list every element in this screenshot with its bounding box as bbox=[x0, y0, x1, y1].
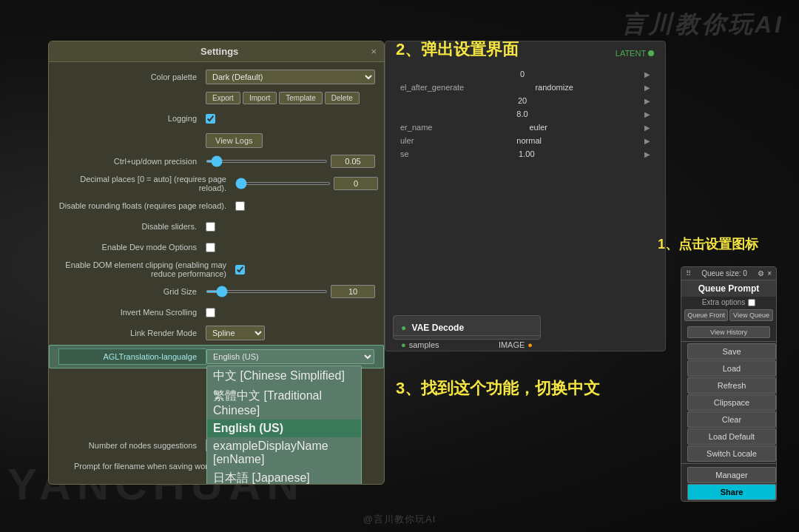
invert-menu-control bbox=[206, 308, 375, 317]
settings-body: Color palette Dark (Default) Light Expor… bbox=[49, 62, 384, 484]
node-row: uler normal ▶ bbox=[393, 134, 658, 147]
disable-sliders-label: Disable sliders. bbox=[58, 222, 206, 231]
agl-language-label: AGLTranslation-langualge bbox=[58, 349, 206, 365]
import-button[interactable]: Import bbox=[243, 92, 277, 104]
node-row: se 1.00 ▶ bbox=[393, 147, 658, 161]
queue-header-icons: ⚙ × bbox=[758, 269, 772, 277]
queue-panel: ⠿ Queue size: 0 ⚙ × Queue Prompt Extra o… bbox=[681, 266, 777, 502]
settings-close-button[interactable]: × bbox=[371, 46, 377, 57]
agl-language-select[interactable]: English (US) 中文 [Chinese Simplified] 繁體中… bbox=[206, 349, 374, 364]
disable-sliders-checkbox[interactable] bbox=[206, 222, 215, 232]
color-palette-control: Dark (Default) Light bbox=[206, 70, 375, 84]
manager-share-section: Manager Share bbox=[681, 467, 776, 500]
clipspace-button[interactable]: Clipspace bbox=[687, 394, 776, 411]
color-palette-buttons-row: Export Import Template Delete bbox=[49, 87, 384, 108]
enable-dev-checkbox[interactable] bbox=[206, 243, 215, 252]
logging-checkbox[interactable] bbox=[206, 114, 215, 124]
color-palette-row: Color palette Dark (Default) Light bbox=[49, 67, 384, 87]
grid-icon: ⠿ bbox=[686, 269, 691, 277]
divider-2 bbox=[681, 463, 776, 464]
nodes-suggestions-label: Number of nodes suggestions bbox=[58, 441, 206, 450]
latent-label: LATENT bbox=[616, 49, 654, 58]
switch-locale-button[interactable]: Switch Locale bbox=[687, 445, 776, 462]
color-palette-select[interactable]: Dark (Default) Light bbox=[206, 70, 375, 84]
clear-button[interactable]: Clear bbox=[687, 411, 776, 428]
action-buttons-section: Save Load Refresh Clipspace Clear Load D… bbox=[681, 343, 776, 462]
view-history-button[interactable]: View History bbox=[687, 326, 770, 338]
node-row: 0 ▶ bbox=[393, 67, 658, 81]
extra-options-checkbox[interactable] bbox=[748, 299, 755, 306]
queue-header: ⠿ Queue size: 0 ⚙ × bbox=[681, 267, 776, 280]
disable-rounding-checkbox[interactable] bbox=[235, 201, 245, 211]
load-button[interactable]: Load bbox=[687, 360, 776, 377]
queue-front-view-row: Queue Front View Queue bbox=[681, 308, 776, 323]
ctrl-precision-slider[interactable] bbox=[206, 160, 328, 163]
lang-option-traditional-chinese[interactable]: 繁體中文 [Traditional Chinese] bbox=[207, 386, 361, 420]
share-button[interactable]: Share bbox=[687, 484, 776, 500]
lang-option-english-us[interactable]: English (US) bbox=[207, 420, 361, 437]
invert-menu-checkbox[interactable] bbox=[206, 308, 215, 317]
ctrl-precision-label: Ctrl+up/down precision bbox=[58, 157, 206, 166]
agl-language-control: English (US) 中文 [Chinese Simplified] 繁體中… bbox=[206, 349, 374, 364]
grid-size-input[interactable] bbox=[331, 285, 375, 298]
extra-options-row: Extra options bbox=[681, 297, 776, 308]
disable-rounding-control bbox=[235, 201, 375, 211]
link-render-control: Spline Linear Hidden bbox=[206, 326, 375, 340]
grid-size-row: Grid Size bbox=[49, 281, 384, 302]
close-icon[interactable]: × bbox=[767, 269, 772, 277]
manager-button[interactable]: Manager bbox=[687, 467, 776, 483]
enable-dom-control bbox=[235, 265, 375, 275]
enable-dom-label: Enable DOM element clipping (enabling ma… bbox=[58, 260, 235, 278]
link-render-row: Link Render Mode Spline Linear Hidden bbox=[49, 323, 384, 343]
annotation-step3: 3、找到这个功能，切换中文 bbox=[396, 377, 600, 400]
export-button[interactable]: Export bbox=[206, 92, 240, 104]
enable-dom-checkbox[interactable] bbox=[235, 265, 245, 275]
annotation-step2: 2、弹出设置界面 bbox=[396, 38, 519, 61]
link-render-select[interactable]: Spline Linear Hidden bbox=[206, 326, 265, 340]
palette-btn-group: Export Import Template Delete bbox=[206, 92, 375, 104]
watermark-bottom: @言川教你玩AI bbox=[363, 513, 436, 526]
lang-dropdown: 中文 [Chinese Simplified] 繁體中文 [Traditiona… bbox=[206, 366, 362, 484]
agl-language-row: AGLTranslation-langualge English (US) 中文… bbox=[49, 345, 384, 368]
watermark-top: 言川教你玩AI bbox=[621, 9, 784, 41]
disable-sliders-row: Disable sliders. bbox=[49, 216, 384, 237]
decimal-places-control bbox=[235, 177, 378, 190]
vae-row: ● vae bbox=[394, 351, 540, 351]
decimal-places-row: Decimal places [0 = auto] (requires page… bbox=[49, 172, 384, 195]
grid-size-label: Grid Size bbox=[58, 287, 206, 296]
decimal-places-input[interactable] bbox=[334, 177, 378, 190]
node-row: el_after_generate randomize ▶ bbox=[393, 81, 658, 94]
queue-prompt-title[interactable]: Queue Prompt bbox=[681, 280, 776, 297]
lang-option-example[interactable]: exampleDisplayName [enName] bbox=[207, 437, 361, 468]
queue-size-label: Queue size: 0 bbox=[701, 269, 747, 277]
vae-row: ● samples IMAGE ● bbox=[394, 339, 540, 351]
lang-option-chinese-simplified[interactable]: 中文 [Chinese Simplified] bbox=[207, 366, 361, 386]
load-default-button[interactable]: Load Default bbox=[687, 428, 776, 445]
logging-label: Logging bbox=[58, 114, 206, 123]
template-button[interactable]: Template bbox=[279, 92, 323, 104]
ctrl-precision-control bbox=[206, 155, 375, 168]
grid-size-slider[interactable] bbox=[206, 290, 328, 293]
delete-button[interactable]: Delete bbox=[325, 92, 360, 104]
lang-option-japanese[interactable]: 日本語 [Japanese] bbox=[207, 468, 361, 484]
refresh-button[interactable]: Refresh bbox=[687, 377, 776, 394]
view-logs-button[interactable]: View Logs bbox=[206, 133, 263, 148]
logging-btn-row: View Logs bbox=[49, 129, 384, 151]
node-row: 8.0 ▶ bbox=[393, 107, 658, 121]
link-render-label: Link Render Mode bbox=[58, 329, 206, 337]
save-button[interactable]: Save bbox=[687, 343, 776, 360]
color-palette-label: Color palette bbox=[58, 73, 206, 81]
disable-rounding-row: Disable rounding floats (requires page r… bbox=[49, 195, 384, 216]
decimal-places-slider[interactable] bbox=[235, 182, 331, 185]
disable-sliders-control bbox=[206, 222, 375, 232]
view-logs-control: View Logs bbox=[206, 132, 375, 148]
grid-size-control bbox=[206, 285, 375, 298]
gear-icon[interactable]: ⚙ bbox=[758, 269, 764, 277]
ctrl-precision-input[interactable] bbox=[331, 155, 375, 168]
invert-menu-label: Invert Menu Scrolling bbox=[58, 308, 206, 317]
annotation-step1: 1、点击设置图标 bbox=[658, 235, 758, 253]
view-history-row: View History bbox=[681, 323, 776, 340]
queue-front-button[interactable]: Queue Front bbox=[684, 309, 728, 321]
enable-dev-label: Enable Dev mode Options bbox=[58, 243, 206, 252]
view-queue-button[interactable]: View Queue bbox=[729, 309, 773, 321]
